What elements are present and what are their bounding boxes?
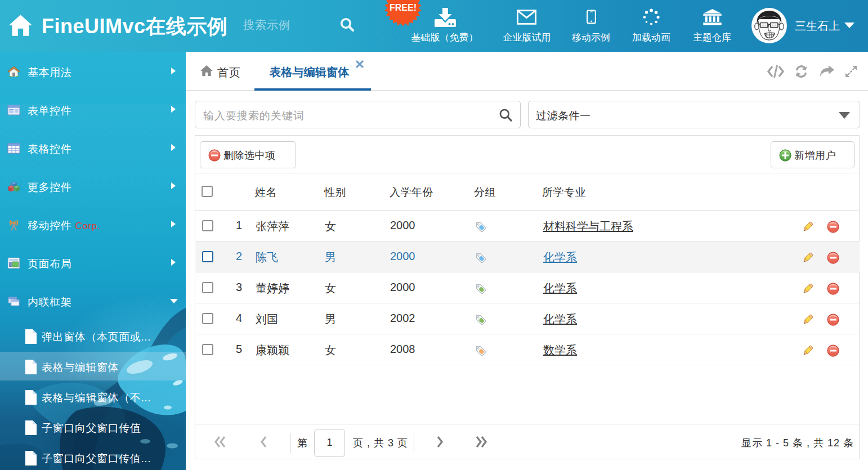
svg-text:FREE!: FREE!	[390, 3, 417, 12]
